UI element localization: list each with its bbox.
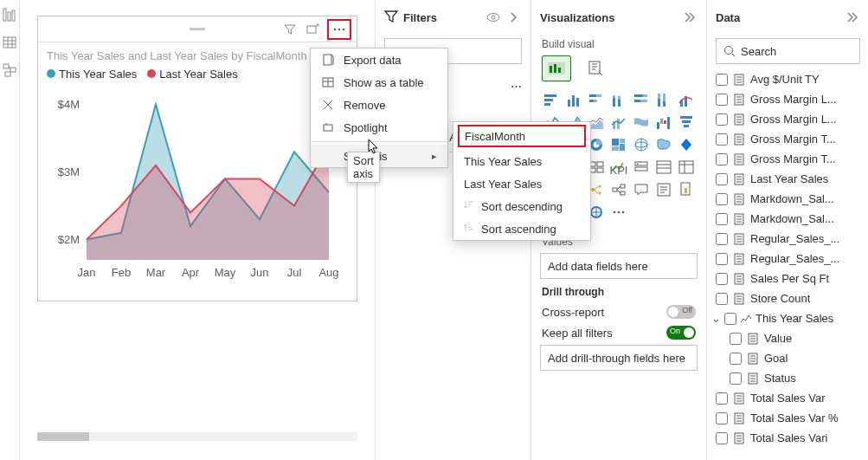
values-well[interactable]: Add data fields here: [540, 253, 698, 279]
field-checkbox[interactable]: [716, 193, 728, 205]
focus-mode-icon[interactable]: [305, 22, 320, 37]
filter-icon[interactable]: [282, 22, 298, 37]
viz-type-decomposition[interactable]: [609, 180, 628, 199]
field-row[interactable]: Gross Margin L...: [707, 89, 868, 109]
submenu-sort-descending[interactable]: Sort descending: [453, 195, 590, 217]
chevron-right-icon[interactable]: [506, 10, 522, 25]
field-row[interactable]: Regular_Sales_...: [707, 249, 868, 269]
menu-remove[interactable]: Remove: [311, 94, 447, 116]
field-checkbox[interactable]: [716, 412, 728, 424]
field-checkbox[interactable]: [716, 432, 728, 444]
legend-dot-ty: [47, 69, 55, 78]
horizontal-scrollbar[interactable]: [37, 432, 357, 441]
menu-export-data[interactable]: Export data: [311, 49, 447, 71]
field-checkbox[interactable]: [716, 133, 728, 146]
field-row[interactable]: Sales Per Sq Ft: [707, 269, 868, 288]
cross-report-toggle[interactable]: Off: [666, 305, 696, 319]
keep-filters-toggle[interactable]: On: [666, 326, 696, 340]
viz-type-stacked-bar[interactable]: [542, 90, 561, 109]
field-row[interactable]: Gross Margin L...: [707, 109, 868, 129]
field-row[interactable]: Total Sales Var: [707, 388, 868, 408]
field-row[interactable]: Regular_Sales_...: [707, 229, 868, 249]
viz-type-treemap[interactable]: [609, 135, 628, 154]
field-row-expanded[interactable]: ⌄This Year Sales: [707, 308, 868, 328]
submenu-fiscalmonth[interactable]: FiscalMonth: [458, 125, 586, 147]
viz-type-line-stacked[interactable]: [609, 113, 628, 132]
field-checkbox[interactable]: [716, 113, 728, 126]
viz-type-get-more-visuals[interactable]: [609, 203, 628, 222]
eye-icon[interactable]: [485, 10, 501, 25]
model-view-icon[interactable]: [0, 61, 19, 80]
viz-type-paginated[interactable]: [677, 180, 696, 199]
field-name: Markdown_Sal...: [750, 192, 860, 205]
field-checkbox[interactable]: [716, 173, 728, 185]
field-checkbox[interactable]: [716, 94, 728, 106]
viz-type-kpi[interactable]: KPI: [609, 158, 628, 177]
viz-type-waterfall[interactable]: [654, 113, 673, 132]
drill-through-well[interactable]: Add drill-through fields here: [540, 345, 698, 371]
submenu-this-year-sales[interactable]: This Year Sales: [453, 150, 590, 172]
field-checkbox[interactable]: [730, 373, 742, 385]
viz-type-ribbon[interactable]: [632, 113, 651, 132]
viz-type-matrix[interactable]: [677, 158, 696, 177]
field-checkbox[interactable]: [716, 153, 728, 165]
menu-label: Show as a table: [344, 76, 424, 89]
chevron-double-right-icon[interactable]: [845, 10, 860, 25]
field-row[interactable]: Markdown_Sal...: [707, 209, 868, 229]
report-view-icon[interactable]: [0, 5, 19, 24]
field-row[interactable]: Gross Margin T...: [707, 129, 868, 149]
field-row[interactable]: Total Sales Vari: [707, 428, 868, 448]
menu-show-as-table[interactable]: Show as a table: [311, 71, 447, 94]
viz-type-stacked-bar-2[interactable]: [587, 90, 606, 109]
drag-handle-icon[interactable]: [190, 28, 205, 30]
field-checkbox[interactable]: [716, 74, 728, 86]
more-icon[interactable]: ⋯: [511, 80, 522, 93]
build-visual-mode-button[interactable]: [542, 55, 571, 81]
chevron-down-icon[interactable]: ⌄: [710, 312, 721, 325]
field-row[interactable]: Last Year Sales: [707, 169, 868, 189]
field-row[interactable]: Markdown_Sal...: [707, 189, 868, 209]
submenu-sort-ascending[interactable]: Sort ascending: [453, 217, 590, 240]
data-search[interactable]: Search: [716, 38, 860, 64]
field-checkbox[interactable]: [716, 392, 728, 405]
field-checkbox[interactable]: [716, 233, 728, 245]
field-row[interactable]: Avg $/Unit TY: [707, 69, 868, 89]
viz-type-qna[interactable]: [632, 180, 651, 199]
table-view-icon[interactable]: [0, 33, 19, 52]
viz-type-smart-narrative[interactable]: [654, 180, 673, 199]
format-visual-mode-button[interactable]: [582, 55, 611, 81]
field-row[interactable]: Gross Margin T...: [707, 149, 868, 169]
viz-type-pct-bar[interactable]: [632, 90, 651, 109]
field-row[interactable]: Status: [707, 368, 868, 388]
more-options-button[interactable]: [327, 19, 351, 40]
viz-type-funnel[interactable]: [677, 113, 696, 132]
viz-type-table[interactable]: [654, 158, 673, 177]
field-checkbox[interactable]: [730, 333, 742, 345]
viz-type-shape-map[interactable]: [677, 135, 696, 154]
viz-type-map[interactable]: [632, 135, 651, 154]
field-row[interactable]: Goal: [707, 348, 868, 368]
field-row[interactable]: Store Count: [707, 288, 868, 308]
field-row[interactable]: Value: [707, 328, 868, 348]
submenu-last-year-sales[interactable]: Last Year Sales: [453, 172, 590, 195]
viz-type-clustered-column[interactable]: [564, 90, 583, 109]
scrollbar-thumb[interactable]: [37, 432, 89, 441]
report-canvas[interactable]: This Year Sales and Last Year Sales by F…: [20, 0, 375, 460]
field-checkbox[interactable]: [724, 313, 736, 325]
viz-type-pct-column[interactable]: [654, 90, 673, 109]
pane-title: Visualizations: [540, 11, 614, 24]
viz-type-line-clustered[interactable]: [677, 90, 696, 109]
menu-spotlight[interactable]: Spotlight: [311, 116, 447, 139]
viz-type-filled-map[interactable]: [654, 135, 673, 154]
field-checkbox[interactable]: [716, 213, 728, 225]
svg-text:Jun: Jun: [251, 266, 269, 279]
viz-type-slicer[interactable]: [632, 158, 651, 177]
field-checkbox[interactable]: [730, 353, 742, 365]
field-checkbox[interactable]: [716, 273, 728, 285]
field-checkbox[interactable]: [716, 293, 728, 305]
field-checkbox[interactable]: [716, 253, 728, 265]
chevron-double-right-icon[interactable]: [682, 10, 698, 25]
field-row[interactable]: Total Sales Var %: [707, 408, 868, 428]
chevron-right-icon: ▸: [432, 151, 437, 162]
viz-type-stacked-column[interactable]: [609, 90, 628, 109]
